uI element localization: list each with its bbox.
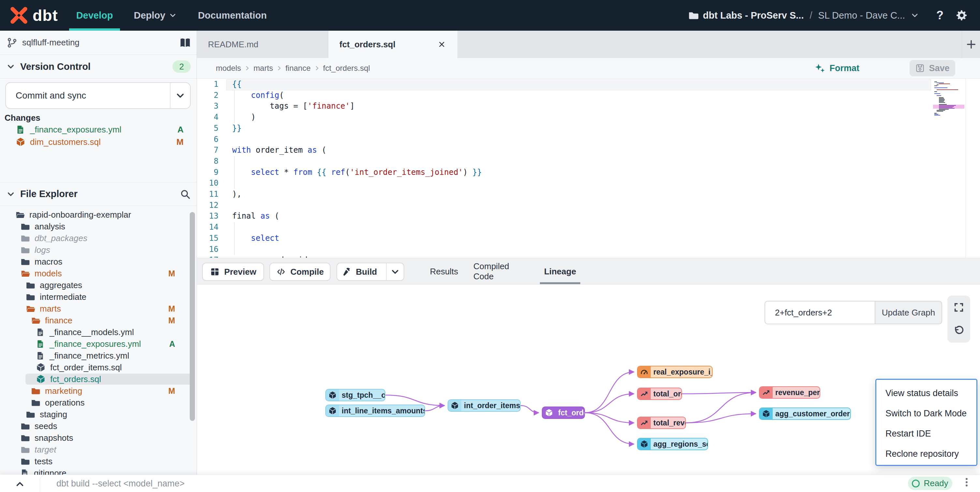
kebab-menu-icon[interactable] bbox=[961, 477, 972, 488]
tree-item-intermediate[interactable]: intermediate bbox=[0, 291, 197, 303]
search-icon[interactable] bbox=[180, 188, 191, 200]
tree-item-dbt-packages[interactable]: dbt_packages bbox=[0, 232, 197, 244]
tab-readme[interactable]: README.md bbox=[197, 31, 328, 58]
new-tab-button[interactable] bbox=[962, 31, 980, 58]
lineage-node-stg_tpch__orders[interactable]: stg_tpch__orders bbox=[325, 389, 385, 401]
folder-icon bbox=[31, 386, 40, 396]
update-graph-button[interactable]: Update Graph bbox=[875, 301, 942, 324]
commit-and-sync-button[interactable]: Commit and sync bbox=[5, 82, 191, 109]
tree-item-target[interactable]: target bbox=[0, 444, 197, 455]
branch-name[interactable]: sqlfluff-meeting bbox=[22, 38, 80, 48]
git-status-badge: M bbox=[168, 386, 175, 396]
breadcrumb-item[interactable]: models bbox=[216, 64, 241, 73]
menu-item-reclone-repository[interactable]: Reclone repository bbox=[876, 444, 977, 464]
version-control-title: Version Control bbox=[20, 61, 91, 72]
lineage-node-total_revenue[interactable]: total_revenue bbox=[637, 417, 686, 429]
tree-item-analysis[interactable]: analysis bbox=[0, 220, 197, 232]
nav-item-develop[interactable]: Develop bbox=[76, 0, 113, 31]
lineage-node-agg_regions_segments[interactable]: agg_regions_segments bbox=[637, 438, 708, 450]
tree-item-fct-order-items-sql[interactable]: fct_order_items.sql bbox=[0, 361, 197, 373]
lineage-node-label: total_orders bbox=[651, 390, 682, 398]
lineage-node-int_line_items_amounts_calculated[interactable]: int_line_items_amounts_calculated bbox=[325, 404, 425, 417]
breadcrumb-separator: / bbox=[810, 10, 812, 21]
tree-item-label: staging bbox=[40, 409, 67, 420]
panel-tab-lineage[interactable]: Lineage bbox=[542, 258, 578, 285]
breadcrumb-item[interactable]: marts bbox=[253, 64, 273, 73]
help-button[interactable]: ? bbox=[936, 8, 943, 22]
tree-item--finance-metrics-yml[interactable]: _finance_metrics.yml bbox=[0, 350, 197, 361]
breadcrumb-item[interactable]: finance bbox=[285, 64, 310, 73]
tree-item-models[interactable]: modelsM bbox=[0, 268, 197, 279]
metric-trend-icon bbox=[638, 388, 651, 399]
tree-item-fct-orders-sql[interactable]: fct_orders.sql bbox=[0, 373, 197, 385]
lineage-node-real_exposure_i_promise[interactable]: real_exposure_i_promise bbox=[637, 366, 713, 378]
lineage-node-int_order_items_joined[interactable]: int_order_items_joined bbox=[448, 399, 521, 412]
chevron-up-icon[interactable] bbox=[14, 479, 25, 490]
save-button[interactable]: Save bbox=[910, 60, 955, 76]
tree-item-seeds[interactable]: seeds bbox=[0, 420, 197, 432]
tree-item-tests[interactable]: tests bbox=[0, 455, 197, 467]
file-tree-scrollbar[interactable] bbox=[190, 212, 195, 421]
tab-label: fct_orders.sql bbox=[339, 40, 395, 50]
code-editor[interactable]: 1234567891011121314151617 {{ config( tag… bbox=[197, 78, 980, 258]
tree-item-marketing[interactable]: marketingM bbox=[0, 385, 197, 397]
nav-item-deploy[interactable]: Deploy bbox=[134, 0, 177, 31]
version-control-header[interactable]: Version Control 2 bbox=[0, 55, 197, 78]
lineage-node-label: agg_regions_segments bbox=[651, 440, 708, 449]
lineage-node-fct_orders[interactable]: fct_orders bbox=[542, 407, 585, 419]
change-item[interactable]: dim_customers.sqlM bbox=[0, 136, 197, 148]
fullscreen-icon[interactable] bbox=[953, 302, 965, 313]
tree-item-macros[interactable]: macros bbox=[0, 256, 197, 268]
code-line-2: config( bbox=[232, 91, 284, 100]
tree-item-logs[interactable]: logs bbox=[0, 244, 197, 256]
lineage-node-agg_customer_orders__all_time[interactable]: agg_customer_orders__all_time bbox=[759, 407, 851, 420]
folder-icon bbox=[31, 398, 40, 407]
lineage-node-total_orders[interactable]: total_orders bbox=[637, 388, 682, 400]
breadcrumb-caret-icon bbox=[243, 65, 251, 72]
chevron-down-icon bbox=[6, 62, 16, 72]
code-line-15: select bbox=[232, 233, 279, 243]
code-line-17: order_id, bbox=[232, 256, 312, 258]
nav-item-documentation[interactable]: Documentation bbox=[198, 0, 267, 31]
close-icon[interactable] bbox=[437, 40, 446, 49]
breadcrumb-item[interactable]: fct_orders.sql bbox=[323, 64, 370, 73]
dbt-logo[interactable]: dbt bbox=[10, 6, 58, 24]
tree-item-finance[interactable]: financeM bbox=[0, 315, 197, 326]
tree-item-label: macros bbox=[35, 257, 62, 267]
menu-item-switch-to-dark-mode[interactable]: Switch to Dark Mode bbox=[876, 403, 977, 423]
lineage-controls bbox=[947, 296, 970, 343]
commit-options-chevron[interactable] bbox=[170, 83, 190, 108]
tree-item-gitignore[interactable]: gitignore bbox=[0, 467, 197, 475]
menu-item-view-status-details[interactable]: View status details bbox=[876, 383, 977, 403]
editor-minimap[interactable] bbox=[934, 81, 964, 115]
lineage-canvas[interactable]: stg_tpch__ordersint_line_items_amounts_c… bbox=[197, 284, 980, 475]
docs-book-icon[interactable] bbox=[179, 37, 191, 49]
panel-tab-label: Lineage bbox=[544, 267, 576, 277]
panel-tab-results[interactable]: Results bbox=[427, 258, 461, 285]
format-button[interactable]: Format bbox=[815, 62, 859, 74]
reset-view-icon[interactable] bbox=[953, 325, 965, 337]
code-line-13: final as ( bbox=[232, 211, 279, 220]
lineage-node-revenue_per_order[interactable]: revenue_per_order bbox=[759, 386, 820, 399]
tree-item-marts[interactable]: martsM bbox=[0, 303, 197, 315]
exposure-gauge-icon bbox=[638, 366, 651, 377]
tree-item--finance-exposures-yml[interactable]: _finance_exposures.ymlA bbox=[0, 338, 197, 350]
tree-item--finance-models-yml[interactable]: _finance__models.yml bbox=[0, 326, 197, 338]
tree-item-rapid-onboarding-exemplar[interactable]: rapid-onboarding-exemplar bbox=[0, 209, 197, 220]
settings-gear-icon[interactable] bbox=[955, 9, 968, 22]
change-item[interactable]: _finance_exposures.ymlA bbox=[0, 123, 197, 136]
account-name[interactable]: dbt Labs - ProServ S... bbox=[703, 10, 803, 21]
tree-item-operations[interactable]: operations bbox=[0, 397, 197, 409]
tab-fct-orders[interactable]: fct_orders.sql bbox=[328, 31, 457, 58]
tree-item-snapshots[interactable]: snapshots bbox=[0, 432, 197, 444]
tree-item-aggregates[interactable]: aggregates bbox=[0, 279, 197, 291]
indent-guide bbox=[234, 222, 235, 255]
file-explorer-header[interactable]: File Explorer bbox=[0, 182, 197, 206]
panel-tab-compiled-code[interactable]: Compiled Code bbox=[473, 258, 528, 285]
tree-item-staging[interactable]: staging bbox=[0, 409, 197, 420]
menu-item-restart-ide[interactable]: Restart IDE bbox=[876, 423, 977, 444]
project-selector[interactable]: SL Demo - Dave C... bbox=[818, 10, 905, 21]
lineage-selector-input[interactable] bbox=[765, 301, 875, 324]
project-chevron-down-icon[interactable] bbox=[910, 11, 920, 20]
command-input[interactable]: dbt build --select <model_name> bbox=[56, 479, 185, 489]
